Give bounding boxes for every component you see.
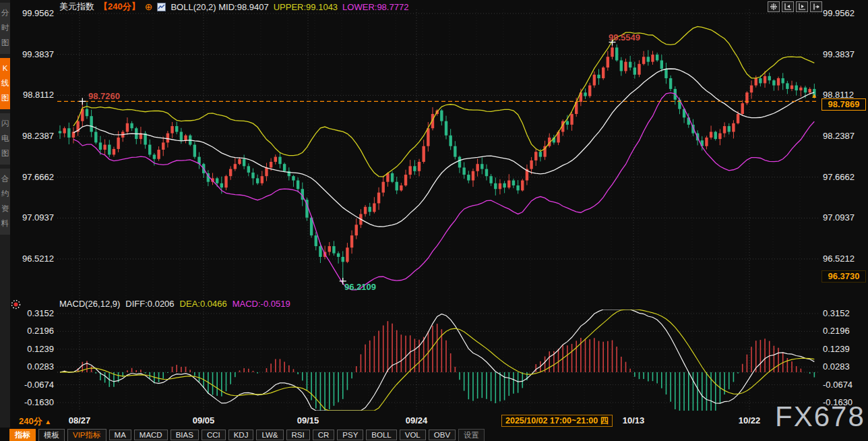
macd-y-axis-label: 0.3152	[11, 308, 54, 318]
indicator-button-PSY[interactable]: PSY	[337, 430, 363, 440]
main-y-axis-label: 97.6662	[11, 172, 54, 182]
shift-right-button[interactable]	[810, 1, 822, 12]
main-y-axis-label-right: 99.3837	[823, 49, 867, 59]
symbol-name: 美元指数	[59, 1, 94, 13]
ref-price-annotation: 98.7260	[88, 91, 120, 101]
indicator-toolbar: 指标模板VIP指标MAMACDBIASCCIKDJLW&RSICRPSYBOLL…	[9, 429, 485, 441]
x-axis-date-label: 09/24	[406, 415, 428, 425]
sidebar-tab-flash-chart[interactable]: 闪 电 图	[0, 113, 10, 165]
chart-toolbar-top-right	[768, 1, 822, 12]
macd-y-axis-label: 0.2196	[11, 326, 54, 336]
macd-title: MACD(26,12,9)	[59, 299, 120, 309]
alert-dot-icon[interactable]	[11, 299, 21, 310]
x-axis-date-label: 10/13	[623, 415, 645, 425]
main-y-axis-label-right: 98.2387	[823, 131, 867, 141]
macd-y-axis-label-right: 0.1239	[823, 344, 867, 354]
main-y-axis-label: 98.8112	[11, 90, 54, 100]
last-price-arrow-icon: ▲	[811, 92, 817, 99]
main-y-axis-label-right: 97.6662	[823, 172, 867, 182]
period-label: 【240分】	[99, 1, 140, 13]
main-y-axis-label-right: 99.9562	[823, 8, 867, 18]
boll-lower-value: LOWER:98.7772	[342, 2, 408, 12]
macd-y-axis-label-right: -0.0674	[823, 380, 867, 390]
boll-indicator-label: BOLL(20,2) MID:98.9407	[170, 2, 268, 12]
indicator-button-模板[interactable]: 模板	[38, 429, 65, 441]
x-axis-date-label: 10/22	[739, 415, 761, 425]
x-axis-date-label: 08/27	[69, 415, 91, 425]
bar-arrow-right-icon	[812, 3, 820, 11]
indicator-button-OBV[interactable]: OBV	[429, 430, 456, 440]
high-price-annotation: 99.5549	[609, 32, 640, 42]
chart-type-sidebar: 分 时 图 K 线 图 闪 电 图 合 约 资 料	[0, 0, 10, 428]
main-y-axis-label: 96.5212	[11, 254, 54, 264]
low-price-annotation: 96.2109	[344, 282, 376, 292]
macd-header: MACD(26,12,9) DIFF:0.0206 DEA:0.0466 MAC…	[59, 299, 290, 309]
boll-upper-value: UPPER:99.1043	[274, 2, 338, 12]
main-y-axis-label: 98.2387	[11, 131, 54, 141]
axis-arrow-left-icon	[784, 3, 792, 11]
main-y-axis-label: 99.3837	[11, 49, 54, 59]
indicator-button-BIAS[interactable]: BIAS	[170, 430, 199, 440]
fx678-watermark: FX678	[775, 401, 865, 433]
zoom-in-x-button[interactable]	[796, 1, 808, 12]
sidebar-tab-contract-info[interactable]: 合 约 资 料	[0, 169, 10, 235]
session-low-badge: 96.3730	[822, 270, 866, 283]
kline-chart-canvas[interactable]	[0, 0, 868, 441]
sidebar-tab-time-share[interactable]: 分 时 图	[0, 3, 10, 54]
zoom-out-x-button[interactable]	[782, 1, 794, 12]
indicator-button-CCI[interactable]: CCI	[202, 430, 226, 440]
indicator-button-设置[interactable]: 设置	[458, 429, 485, 441]
circle-plus-icon[interactable]: ⊕	[145, 2, 153, 11]
main-y-axis-label: 99.9562	[11, 8, 54, 18]
macd-y-axis-label-right: 0.0283	[823, 361, 867, 372]
macd-macd-value: MACD:-0.0519	[232, 299, 290, 309]
macd-y-axis-label: 0.0283	[11, 361, 54, 372]
macd-y-axis-label-right: 0.2196	[823, 326, 867, 336]
main-y-axis-label-right: 97.0937	[823, 212, 867, 223]
axis-arrow-right-icon	[798, 3, 806, 11]
trading-app-window: 分 时 图 K 线 图 闪 电 图 合 约 资 料 美元指数 【240分】 ⊕ …	[0, 0, 868, 441]
hover-date-tooltip: 2025/10/02 17:00~21:00 四	[501, 415, 613, 427]
indicator-button-RSI[interactable]: RSI	[286, 430, 310, 440]
macd-y-axis-label: 0.1239	[11, 344, 54, 354]
macd-diff-value: DIFF:0.0206	[125, 299, 174, 309]
sidebar-tab-kline[interactable]: K 线 图	[0, 58, 10, 109]
mini-chart-icon	[157, 3, 166, 11]
chart-header: 美元指数 【240分】 ⊕ BOLL(20,2) MID:98.9407 UPP…	[59, 1, 408, 12]
indicator-button-LW&[interactable]: LW&	[256, 430, 283, 440]
indicator-button-BOLL[interactable]: BOLL	[366, 430, 396, 440]
indicator-button-CR[interactable]: CR	[313, 430, 335, 440]
pan-tool-button[interactable]	[768, 1, 780, 12]
indicator-button-MA[interactable]: MA	[109, 430, 131, 440]
macd-y-axis-label: -0.0674	[11, 380, 54, 390]
indicator-button-VOL[interactable]: VOL	[400, 430, 426, 440]
macd-y-axis-label-right: 0.3152	[823, 308, 867, 318]
main-y-axis-label: 97.0937	[11, 212, 54, 223]
x-axis-date-label: 09/15	[297, 415, 319, 425]
indicator-button-指标[interactable]: 指标	[9, 429, 36, 441]
current-price-badge: 98.7869	[822, 98, 866, 111]
current-period-label[interactable]: 240分 ▲	[19, 415, 51, 428]
macd-dea-value: DEA:0.0466	[180, 299, 227, 309]
macd-y-axis-label: -0.1630	[11, 397, 54, 407]
indicator-button-VIP指标[interactable]: VIP指标	[67, 429, 106, 441]
x-axis-date-label: 09/05	[193, 415, 215, 425]
pan-crosshair-icon	[770, 3, 778, 11]
indicator-button-MACD[interactable]: MACD	[134, 430, 168, 440]
period-up-arrow-icon: ▲	[44, 418, 51, 425]
main-y-axis-label-right: 96.5212	[823, 254, 867, 264]
indicator-button-KDJ[interactable]: KDJ	[228, 430, 254, 440]
